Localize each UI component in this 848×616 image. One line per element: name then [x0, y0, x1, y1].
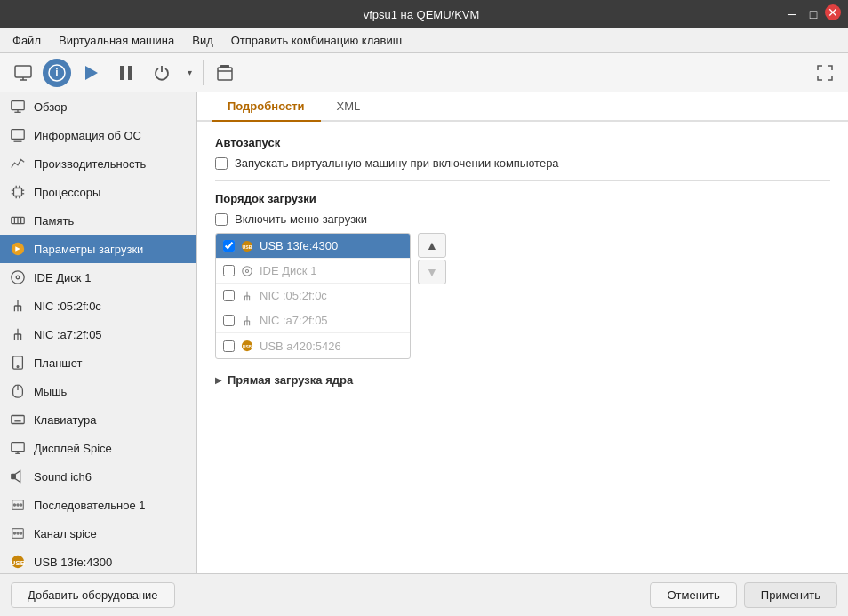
sidebar-item-serial[interactable]: Последовательное 1: [0, 491, 196, 519]
tab-details[interactable]: Подробности: [212, 92, 321, 122]
perf-icon: [9, 155, 27, 172]
sidebar-item-boot[interactable]: Параметры загрузки: [0, 235, 196, 263]
sidebar-label-boot: Параметры загрузки: [34, 243, 143, 256]
sidebar-label-cpu: Процессоры: [34, 186, 100, 199]
triangle-icon: ▶: [215, 375, 222, 385]
monitor-icon: [13, 63, 33, 83]
boot-item-label-nic2: NIC :a7:2f:05: [260, 314, 328, 327]
section-divider: [215, 180, 830, 181]
svg-rect-7: [128, 66, 132, 80]
main-content: Обзор Информация об ОС Производительност…: [0, 92, 848, 573]
svg-point-63: [243, 266, 252, 276]
svg-rect-9: [220, 65, 229, 68]
boot-item-label-nic1: NIC :05:2f:0c: [260, 289, 327, 302]
snapshot-icon: [215, 63, 235, 83]
boot-disk-icon: [240, 264, 254, 278]
tab-xml[interactable]: XML: [321, 92, 377, 122]
autostart-title: Автозапуск: [215, 136, 830, 149]
sidebar: Обзор Информация об ОС Производительност…: [0, 92, 197, 573]
boot-menu-checkbox[interactable]: [215, 213, 228, 226]
svg-point-46: [13, 504, 15, 506]
display-icon: [9, 439, 27, 457]
sidebar-item-os[interactable]: Информация об ОС: [0, 121, 196, 149]
power-dropdown-btn[interactable]: ▾: [181, 57, 197, 89]
boot-checkbox-usb1[interactable]: [223, 240, 235, 252]
boot-checkbox-nic2[interactable]: [223, 315, 235, 326]
sidebar-item-tablet[interactable]: Планшет: [0, 348, 196, 377]
sidebar-item-performance[interactable]: Производительность: [0, 149, 196, 178]
boot-item-disk[interactable]: IDE Диск 1: [216, 259, 410, 284]
sidebar-item-overview[interactable]: Обзор: [0, 92, 196, 121]
svg-rect-6: [120, 66, 124, 80]
svg-text:i: i: [55, 67, 58, 79]
boot-item-nic1[interactable]: NIC :05:2f:0c: [216, 284, 410, 308]
boot-item-nic2[interactable]: NIC :a7:2f:05: [216, 308, 410, 333]
svg-point-52: [20, 532, 22, 534]
disk-icon: [9, 268, 27, 286]
menu-send-keys[interactable]: Отправить комбинацию клавиш: [222, 30, 411, 51]
direct-boot-header[interactable]: ▶ Прямая загрузка ядра: [215, 373, 830, 387]
cpu-icon: [9, 183, 27, 201]
chevron-down-icon: ▾: [188, 68, 192, 77]
sidebar-label-sound: Sound ich6: [34, 470, 92, 484]
boot-down-button[interactable]: ▼: [418, 260, 446, 284]
svg-text:USB: USB: [243, 345, 252, 349]
maximize-button[interactable]: □: [804, 4, 823, 24]
boot-item-usb2[interactable]: USB USB a420:5426: [216, 333, 410, 358]
boot-checkbox-usb2[interactable]: [223, 340, 235, 352]
menu-file[interactable]: Файл: [4, 30, 50, 51]
snapshot-btn[interactable]: [209, 57, 241, 89]
fullscreen-btn[interactable]: [809, 57, 841, 89]
sidebar-label-channel: Канал spice: [34, 527, 97, 540]
power-icon: [152, 63, 172, 83]
sidebar-item-channel[interactable]: Канал spice: [0, 519, 196, 548]
apply-button[interactable]: Применить: [744, 582, 837, 608]
boot-checkbox-disk[interactable]: [223, 265, 235, 276]
cancel-button[interactable]: Отменить: [650, 582, 736, 608]
boot-menu-row: Включить меню загрузки: [215, 212, 830, 226]
sidebar-label-tablet: Планшет: [34, 356, 83, 370]
pause-btn[interactable]: [110, 57, 142, 89]
boot-menu-label: Включить меню загрузки: [235, 212, 367, 226]
boot-usb2-icon: USB: [240, 339, 254, 353]
boot-item-label-usb2: USB a420:5426: [260, 340, 341, 353]
sidebar-item-cpu[interactable]: Процессоры: [0, 178, 196, 206]
power-btn[interactable]: [146, 57, 178, 89]
menu-bar: Файл Виртуальная машина Вид Отправить ко…: [0, 28, 848, 53]
svg-rect-35: [12, 416, 24, 424]
sidebar-item-display[interactable]: Дисплей Spice: [0, 434, 196, 462]
minimize-button[interactable]: ─: [782, 4, 802, 24]
sidebar-item-keyboard[interactable]: Клавиатура: [0, 405, 196, 434]
info-icon: i: [47, 63, 67, 83]
sidebar-item-mouse[interactable]: Мышь: [0, 377, 196, 405]
svg-rect-0: [15, 66, 31, 77]
add-hardware-button[interactable]: Добавить оборудование: [11, 582, 175, 608]
sidebar-label-nic2: NIC :a7:2f:05: [34, 328, 102, 341]
menu-vm[interactable]: Виртуальная машина: [50, 30, 183, 51]
sidebar-item-ide-disk[interactable]: IDE Диск 1: [0, 263, 196, 292]
sidebar-label-mouse: Мышь: [34, 385, 67, 398]
boot-item-label-disk: IDE Диск 1: [260, 264, 316, 277]
sidebar-label-usb1: USB 13fe:4300: [34, 556, 112, 569]
close-button[interactable]: ✕: [825, 4, 841, 20]
sidebar-item-memory[interactable]: Память: [0, 206, 196, 235]
svg-point-31: [16, 276, 20, 279]
sidebar-item-nic1[interactable]: NIC :05:2f:0c: [0, 292, 196, 320]
sidebar-label-nic1: NIC :05:2f:0c: [34, 300, 101, 313]
boot-checkbox-nic1[interactable]: [223, 290, 235, 301]
menu-view[interactable]: Вид: [183, 30, 222, 51]
info-btn[interactable]: i: [43, 59, 71, 87]
sidebar-label-ide-disk: IDE Диск 1: [34, 271, 91, 284]
sidebar-item-sound[interactable]: Sound ich6: [0, 462, 196, 491]
run-btn[interactable]: [75, 57, 107, 89]
svg-rect-8: [218, 68, 232, 80]
nic2-icon: [9, 325, 27, 343]
monitor-btn[interactable]: [7, 57, 39, 89]
boot-up-button[interactable]: ▲: [418, 233, 446, 258]
boot-item-usb1[interactable]: USB USB 13fe:4300: [216, 234, 410, 259]
sidebar-item-nic2[interactable]: NIC :a7:2f:05: [0, 320, 196, 348]
toolbar-separator: [203, 60, 204, 85]
autostart-checkbox[interactable]: [215, 157, 228, 170]
sidebar-item-usb1[interactable]: USB USB 13fe:4300: [0, 548, 196, 573]
svg-point-64: [245, 269, 248, 272]
